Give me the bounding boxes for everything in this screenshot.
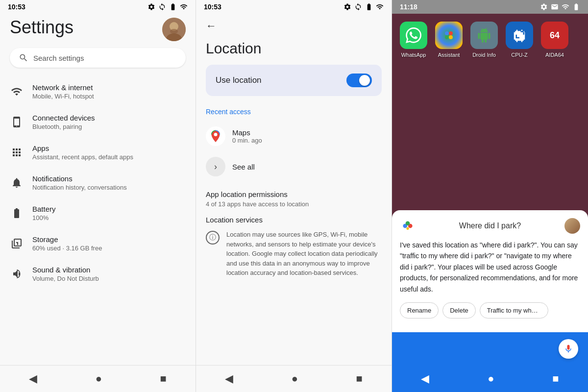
assistant-message: I've saved this location as "where did i… — [400, 240, 580, 294]
maps-app-row: Maps 0 min. ago — [206, 122, 382, 151]
sound-text: Sound & vibration Volume, Do Not Disturb — [32, 266, 186, 282]
apps-text: Apps Assistant, recent apps, default app… — [32, 144, 186, 161]
aida64-icon: 64 — [541, 22, 568, 49]
search-icon — [19, 53, 28, 63]
cpuz-icon — [506, 22, 533, 49]
network-text: Network & internet Mobile, Wi-Fi, hotspo… — [32, 83, 186, 100]
settings-item-sound[interactable]: Sound & vibration Volume, Do Not Disturb — [0, 259, 196, 289]
status-icons-3 — [540, 3, 580, 11]
page-title: Settings — [10, 18, 74, 37]
notifications-text: Notifications Notification history, conv… — [32, 174, 186, 191]
assistant-logo-icon — [401, 219, 415, 233]
refresh-icon — [158, 3, 166, 11]
assistant-top-row: Where did I park? — [400, 218, 580, 234]
avatar[interactable] — [162, 18, 186, 41]
app-tile-cpuz[interactable]: CPU-Z — [506, 22, 533, 58]
nav-home-btn-2[interactable]: ● — [282, 370, 308, 387]
settings-list: Network & internet Mobile, Wi-Fi, hotspo… — [0, 73, 196, 365]
nav-bar-1: ◀ ● ■ — [0, 365, 196, 392]
maps-icon — [209, 129, 222, 143]
aida64-icon-text: 64 — [550, 30, 560, 41]
assistant-logo — [400, 218, 416, 234]
app-tile-whatsapp[interactable]: WhatsApp — [400, 22, 427, 58]
maps-app-icon — [206, 126, 225, 146]
panel-assistant: 11:18 WhatsApp — [392, 0, 588, 392]
home-spacer — [392, 66, 588, 210]
app-tile-assistant[interactable]: Assistant — [435, 22, 463, 58]
signal-icon-2 — [376, 3, 384, 11]
nav-back-btn-2[interactable]: ◀ — [215, 370, 243, 387]
settings-item-storage[interactable]: Storage 60% used · 3.16 GB free — [0, 228, 196, 259]
battery-icon — [10, 206, 24, 220]
svg-point-6 — [449, 31, 453, 35]
sound-icon — [10, 267, 24, 281]
rename-chip[interactable]: Rename — [400, 302, 439, 318]
nav-back-btn-1[interactable]: ◀ — [19, 370, 47, 387]
refresh-icon-2 — [354, 3, 362, 11]
signal-icon — [180, 3, 188, 11]
status-icons-2 — [343, 3, 384, 11]
connected-subtitle: Bluetooth, pairing — [32, 123, 186, 130]
mic-icon — [564, 344, 573, 354]
gear-icon — [147, 3, 155, 11]
recent-access-label: Recent access — [206, 108, 382, 116]
app-tile-droidinfo[interactable]: Droid Info — [470, 22, 498, 58]
see-all-row[interactable]: › See all — [206, 151, 382, 182]
user-avatar-assistant — [564, 218, 580, 234]
maps-app-info: Maps 0 min. ago — [232, 128, 262, 144]
nav-home-btn-1[interactable]: ● — [86, 370, 112, 387]
network-subtitle: Mobile, Wi-Fi, hotspot — [32, 93, 186, 100]
traffic-chip[interactable]: Traffic to my where di — [480, 302, 548, 318]
droidinfo-label: Droid Info — [472, 52, 496, 58]
use-location-toggle[interactable] — [346, 74, 372, 87]
search-bar[interactable]: Search settings — [10, 48, 186, 68]
status-bar-3: 11:18 — [392, 0, 588, 14]
network-title: Network & internet — [32, 83, 186, 92]
wifi-icon — [10, 85, 24, 98]
battery-text: Battery 100% — [32, 205, 186, 221]
settings-item-apps[interactable]: Apps Assistant, recent apps, default app… — [0, 137, 196, 168]
location-header: ← — [196, 14, 392, 38]
battery-status-icon-3 — [572, 3, 580, 11]
battery-subtitle: 100% — [32, 214, 186, 221]
app-tile-aida64[interactable]: 64 AIDA64 — [541, 22, 568, 58]
assistant-label: Assistant — [438, 52, 460, 58]
storage-text: Storage 60% used · 3.16 GB free — [32, 235, 186, 252]
location-info-row: ⓘ Location may use sources like GPS, Wi-… — [206, 230, 382, 278]
nav-home-btn-3[interactable]: ● — [478, 370, 504, 387]
battery-title: Battery — [32, 205, 186, 213]
settings-item-connected[interactable]: Connected devices Bluetooth, pairing — [0, 107, 196, 137]
home-screen: WhatsApp Assistant — [392, 14, 588, 366]
use-location-label: Use location — [216, 75, 262, 85]
location-services-title: Location services — [206, 216, 382, 224]
location-services-section: Location services ⓘ Location may use sou… — [206, 216, 382, 278]
settings-item-notifications[interactable]: Notifications Notification history, conv… — [0, 168, 196, 198]
nav-square-btn-3[interactable]: ■ — [542, 370, 568, 387]
nav-back-btn-3[interactable]: ◀ — [411, 370, 439, 387]
maps-app-title: Maps — [232, 128, 262, 137]
svg-point-7 — [445, 35, 449, 39]
nav-square-btn-1[interactable]: ■ — [150, 370, 176, 387]
mail-icon-3 — [551, 3, 559, 11]
assistant-input-bar — [392, 332, 588, 366]
battery-status-icon-2 — [365, 3, 373, 11]
battery-status-icon — [169, 3, 177, 11]
droidinfo-icon — [470, 22, 498, 49]
nav-square-btn-2[interactable]: ■ — [346, 370, 372, 387]
mic-button[interactable] — [559, 339, 578, 359]
settings-item-battery[interactable]: Battery 100% — [0, 198, 196, 228]
devices-icon — [10, 115, 24, 129]
search-placeholder: Search settings — [33, 54, 84, 62]
status-bar-2: 10:53 — [196, 0, 392, 14]
whatsapp-icon — [400, 22, 427, 49]
settings-item-network[interactable]: Network & internet Mobile, Wi-Fi, hotspo… — [0, 76, 196, 107]
location-info-text: Location may use sources like GPS, Wi-Fi… — [226, 230, 382, 278]
app-permissions-title: App location permissions — [206, 190, 382, 198]
svg-point-12 — [406, 227, 409, 230]
back-button[interactable]: ← — [204, 18, 219, 34]
location-title: Location — [196, 38, 392, 65]
maps-app-time: 0 min. ago — [232, 137, 262, 144]
connected-text: Connected devices Bluetooth, pairing — [32, 114, 186, 130]
status-icons-1 — [147, 3, 188, 11]
delete-chip[interactable]: Delete — [442, 302, 476, 318]
